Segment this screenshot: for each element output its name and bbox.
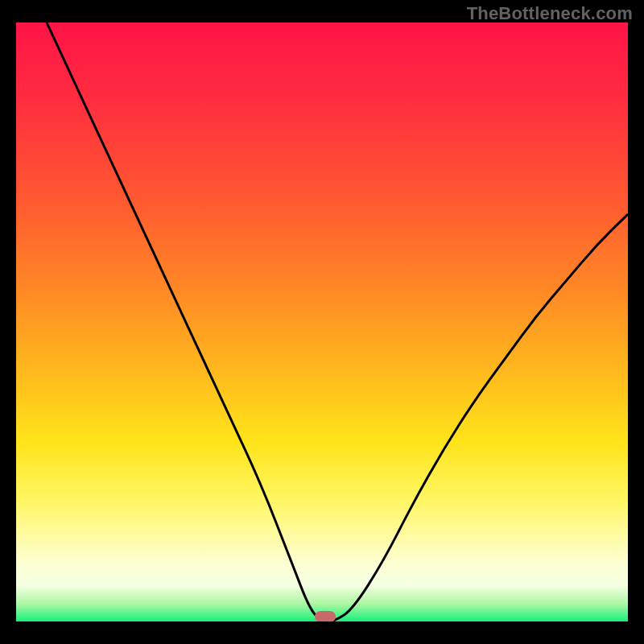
curve-path — [47, 23, 628, 621]
optimum-marker — [315, 611, 336, 621]
bottleneck-curve — [16, 23, 628, 621]
plot-area — [16, 23, 628, 621]
chart-frame: TheBottleneck.com — [0, 0, 644, 644]
watermark-text: TheBottleneck.com — [467, 3, 633, 24]
